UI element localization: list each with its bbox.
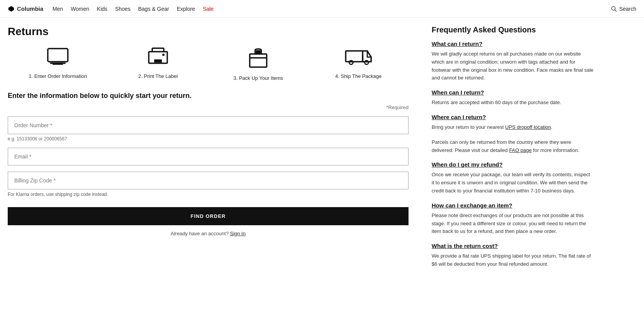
faq-question-6[interactable]: What is the return cost? <box>432 243 594 249</box>
faq-question-1[interactable]: What can I return? <box>432 40 594 47</box>
logo-icon <box>8 5 15 12</box>
page-wrapper: Returns 1. Enter Order Information <box>0 18 644 291</box>
find-order-button[interactable]: FIND ORDER <box>8 207 409 225</box>
zip-input[interactable] <box>8 172 409 189</box>
logo[interactable]: Columbia <box>8 5 43 12</box>
svg-rect-7 <box>250 54 267 67</box>
step-3: 3. Pack Up Your Items <box>208 47 308 81</box>
step-4: 4. Ship The Package <box>308 47 409 81</box>
svg-marker-0 <box>8 6 14 11</box>
nav-sale[interactable]: Sale <box>203 6 214 12</box>
svg-rect-3 <box>48 49 68 62</box>
email-group <box>8 148 409 165</box>
faq-item-4: When do I get my refund? Once we receive… <box>432 161 594 195</box>
faq-answer-4: Once we receive your package, our team w… <box>432 171 594 195</box>
order-number-input[interactable] <box>8 116 409 134</box>
step-2-icon <box>146 47 170 69</box>
svg-point-6 <box>162 54 165 56</box>
faq-answer-5: Please note direct exchanges of our prod… <box>432 212 594 236</box>
nav-links: Men Women Kids Shoes Bags & Gear Explore… <box>52 6 214 12</box>
steps: 1. Enter Order Information 2. Print The … <box>8 47 409 81</box>
nav-men[interactable]: Men <box>52 6 63 12</box>
step-3-icon <box>247 47 270 71</box>
required-note: *Required <box>8 105 409 110</box>
faq-answer-6: We provide a flat rate UPS shipping labe… <box>432 252 594 268</box>
faq-title: Frequently Asked Questions <box>432 25 594 34</box>
page-title: Returns <box>8 25 409 38</box>
step-1: 1. Enter Order Information <box>8 47 108 81</box>
svg-rect-5 <box>154 59 162 62</box>
search-label: Search <box>619 6 636 12</box>
faq-sidebar: Frequently Asked Questions What can I re… <box>424 25 594 275</box>
step-1-icon <box>46 47 69 69</box>
faq-item-1: What can I return? We will gladly accept… <box>432 40 594 82</box>
faq-answer-3: Bring your return to your nearest UPS dr… <box>432 123 594 132</box>
step-3-label: 3. Pack Up Your Items <box>234 75 283 81</box>
email-input[interactable] <box>8 148 409 165</box>
svg-rect-8 <box>256 50 261 54</box>
logo-text: Columbia <box>17 5 43 12</box>
nav-bags[interactable]: Bags & Gear <box>138 6 169 12</box>
faq-item-2: When can I return? Returns are accepted … <box>432 89 594 107</box>
step-4-icon <box>345 47 372 69</box>
faq-item-3: Where can I return? Bring your return to… <box>432 114 594 154</box>
signin-prompt: Already have an account? <box>171 231 229 236</box>
navigation: Columbia Men Women Kids Shoes Bags & Gea… <box>0 0 644 18</box>
search-icon <box>611 6 617 12</box>
order-number-group: e.g. 15133006 or 200006567 <box>8 116 409 142</box>
svg-point-11 <box>365 61 368 64</box>
svg-point-1 <box>612 7 615 10</box>
step-2: 2. Print The Label <box>108 47 208 81</box>
nav-explore[interactable]: Explore <box>177 6 195 12</box>
step-2-label: 2. Print The Label <box>138 73 178 79</box>
faq-item-6: What is the return cost? We provide a fl… <box>432 243 594 268</box>
main-content: Returns 1. Enter Order Information <box>8 25 424 275</box>
nav-women[interactable]: Women <box>71 6 89 12</box>
signin-text: Already have an account? Sign In <box>8 231 409 236</box>
form-intro: Enter the information below to quickly s… <box>8 92 409 100</box>
faq-question-2[interactable]: When can I return? <box>432 89 594 96</box>
step-4-label: 4. Ship The Package <box>335 73 382 79</box>
svg-line-2 <box>615 10 616 11</box>
search-button[interactable]: Search <box>611 6 636 12</box>
zip-group: For Klarna orders, use shipping zip code… <box>8 172 409 197</box>
svg-point-10 <box>349 61 353 64</box>
faq-question-3[interactable]: Where can I return? <box>432 114 594 120</box>
step-1-label: 1. Enter Order Information <box>29 73 87 79</box>
ups-dropoff-link[interactable]: UPS dropoff location <box>505 124 551 130</box>
signin-link[interactable]: Sign In <box>230 231 245 236</box>
faq-question-5[interactable]: How can I exchange an item? <box>432 202 594 209</box>
faq-answer-1: We will gladly accept returns on all pur… <box>432 50 594 82</box>
faq-answer-3b: Parcels can only be returned from the co… <box>432 138 594 155</box>
order-number-hint: e.g. 15133006 or 200006567 <box>8 136 409 142</box>
nav-kids[interactable]: Kids <box>97 6 108 12</box>
faq-answer-2: Returns are accepted within 60 days of t… <box>432 99 594 107</box>
svg-rect-9 <box>346 51 363 62</box>
klarna-hint: For Klarna orders, use shipping zip code… <box>8 192 409 197</box>
nav-shoes[interactable]: Shoes <box>115 6 131 12</box>
faq-item-5: How can I exchange an item? Please note … <box>432 202 594 236</box>
faq-page-link[interactable]: FAQ page <box>509 147 532 153</box>
faq-question-4[interactable]: When do I get my refund? <box>432 161 594 168</box>
